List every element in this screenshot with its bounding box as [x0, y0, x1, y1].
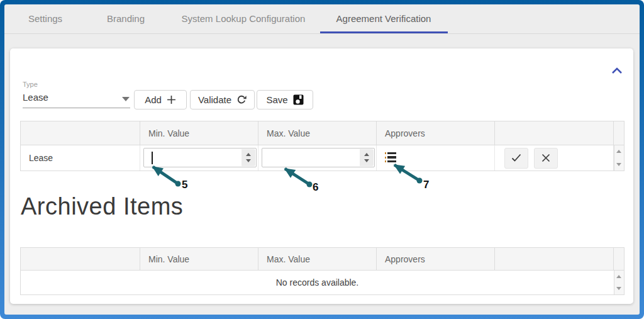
- grid-header-approvers: Approvers: [377, 121, 495, 145]
- scroll-up-icon[interactable]: [616, 275, 621, 278]
- grid-header-min-value: Min. Value: [140, 121, 258, 145]
- annotation-label-6: 6: [313, 181, 318, 194]
- archived-header-scroll-spacer: [614, 248, 624, 271]
- x-icon: [541, 154, 550, 162]
- grid-header-type: [21, 121, 140, 145]
- type-dropdown-value: Lease: [23, 92, 48, 103]
- min-value-spinner[interactable]: [242, 149, 255, 166]
- page-background: Settings Branding System Lookup Configur…: [4, 4, 640, 315]
- tab-branding[interactable]: Branding: [107, 4, 145, 33]
- annotation-label-7: 7: [423, 179, 429, 191]
- grid-cell-type: Lease: [21, 145, 140, 171]
- dropdown-arrow-icon: [122, 97, 130, 101]
- approvers-list-icon[interactable]: [385, 152, 397, 162]
- archived-header-min-value: Min. Value: [140, 248, 258, 271]
- plus-icon: [167, 95, 176, 104]
- agreement-verification-panel: Type Lease Add Validate Save: [10, 48, 633, 304]
- archived-grid: Min. Value Max. Value Approvers No recor…: [20, 247, 625, 295]
- scroll-down-icon[interactable]: [616, 163, 621, 166]
- archived-header-approvers: Approvers: [377, 248, 495, 271]
- collapse-panel-icon[interactable]: [611, 67, 623, 74]
- app-window: Settings Branding System Lookup Configur…: [0, 0, 644, 319]
- max-value-input[interactable]: [262, 148, 375, 167]
- grid-scrollbar[interactable]: [614, 145, 624, 171]
- grid-header-max-value: Max. Value: [258, 121, 377, 145]
- agreement-grid: Min. Value Max. Value Approvers Lease: [20, 121, 625, 171]
- grid-cell-max-value: [258, 145, 377, 171]
- tab-system-lookup-configuration[interactable]: System Lookup Configuration: [182, 4, 306, 33]
- archived-items-title: Archived Items: [21, 193, 183, 220]
- archived-header-actions: [495, 248, 614, 271]
- validate-button[interactable]: Validate: [190, 90, 255, 109]
- active-tab-indicator: [320, 31, 448, 33]
- scroll-down-icon[interactable]: [616, 287, 621, 290]
- grid-header-row: Min. Value Max. Value Approvers: [21, 121, 624, 145]
- annotation-arrow-6: [285, 169, 313, 187]
- spinner-down-icon[interactable]: [364, 159, 369, 162]
- grid-header-scroll-spacer: [614, 121, 624, 145]
- archived-header-row: Min. Value Max. Value Approvers: [21, 248, 624, 271]
- type-dropdown[interactable]: Lease: [23, 89, 130, 108]
- tab-settings[interactable]: Settings: [28, 4, 62, 33]
- archived-empty-row: No records available.: [21, 271, 624, 294]
- add-button[interactable]: Add: [134, 90, 187, 109]
- grid-cell-approvers: [377, 145, 495, 171]
- spinner-up-icon[interactable]: [364, 153, 369, 156]
- annotation-label-5: 5: [182, 179, 187, 191]
- spinner-up-icon[interactable]: [246, 153, 251, 156]
- grid-cell-actions: [495, 145, 614, 171]
- no-records-text: No records available.: [21, 271, 614, 294]
- tab-agreement-verification[interactable]: Agreement Verification: [336, 4, 431, 33]
- check-icon: [511, 154, 521, 162]
- tab-bar: Settings Branding System Lookup Configur…: [4, 4, 640, 34]
- save-icon: [293, 94, 304, 105]
- archived-header-max-value: Max. Value: [258, 248, 377, 271]
- archived-scrollbar[interactable]: [614, 271, 624, 294]
- cancel-row-button[interactable]: [534, 148, 558, 169]
- text-caret: [152, 152, 153, 164]
- archived-header-type: [21, 248, 140, 271]
- min-value-input[interactable]: [143, 148, 257, 167]
- scroll-up-icon[interactable]: [616, 150, 621, 153]
- confirm-row-button[interactable]: [504, 148, 528, 169]
- type-label: Type: [23, 81, 38, 88]
- grid-cell-min-value: [140, 145, 258, 171]
- grid-header-actions: [495, 121, 614, 145]
- save-button[interactable]: Save: [257, 90, 313, 109]
- max-value-spinner[interactable]: [360, 149, 374, 166]
- spinner-down-icon[interactable]: [246, 159, 251, 162]
- grid-row-lease: Lease: [21, 145, 624, 171]
- refresh-icon: [236, 95, 247, 105]
